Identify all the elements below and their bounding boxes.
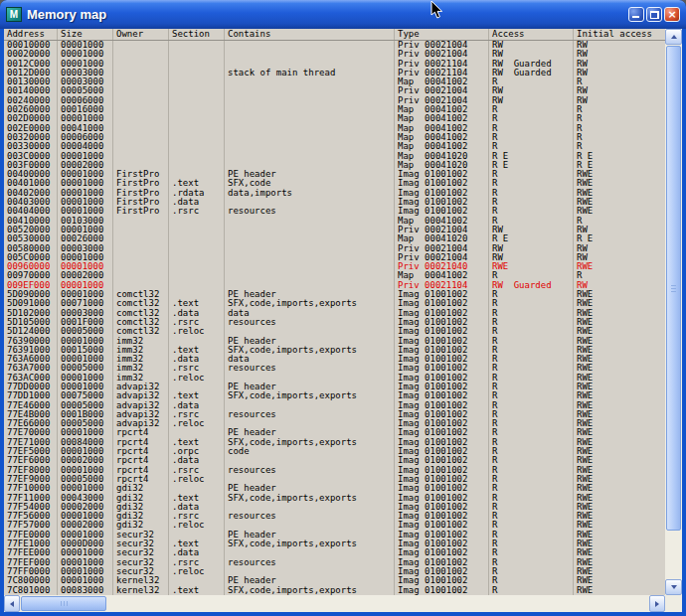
table-row[interactable]: 76390000 00001000 imm32 PE header Imag 0…	[4, 337, 665, 346]
table-row[interactable]: 763A6000 00001000 imm32 .data data Imag …	[4, 355, 665, 364]
table-row[interactable]: 77FF0000 00001000 secur32 .reloc Imag 01…	[4, 567, 665, 576]
table-row[interactable]: 5D090000 00001000 comctl32 PE header Ima…	[4, 290, 665, 299]
table-row[interactable]: 00010000 00001000 Priv 00021004 RW RW	[4, 41, 665, 50]
cell-type: Priv 00021004	[395, 86, 489, 95]
cell-type: Imag 01001002	[395, 391, 489, 400]
cell-address: 763A6000	[4, 355, 58, 364]
scroll-left-button[interactable]	[4, 595, 20, 612]
table-row[interactable]: 77E70000 00001000 rpcrt4 PE header Imag …	[4, 428, 665, 437]
table-row[interactable]: 002D0000 00001000 Map 00041002 R R	[4, 114, 665, 123]
cell-type: Imag 01001002	[395, 189, 489, 198]
table-row[interactable]: 00404000 00001000 FirstPro .rsrc resourc…	[4, 207, 665, 216]
cell-type: Imag 01001002	[395, 428, 489, 437]
table-row[interactable]: 005C0000 00001000 Priv 00021004 RW RW	[4, 253, 665, 262]
cell-size: 00005000	[58, 475, 113, 484]
cell-size: 00001000	[58, 50, 113, 59]
table-row[interactable]: 763AC000 00001000 imm32 .reloc Imag 0100…	[4, 374, 665, 383]
cell-contains	[225, 161, 395, 170]
table-row[interactable]: 77F54000 00002000 gdi32 .data Imag 01001…	[4, 503, 665, 512]
cell-address: 5D090000	[4, 290, 58, 299]
table-row[interactable]: 77EF5000 00001000 rpcrt4 .orpc code Imag…	[4, 447, 665, 456]
table-row[interactable]: 77E66000 00005000 advapi32 .reloc Imag 0…	[4, 419, 665, 428]
table-row[interactable]: 009EF000 00001000 Priv 00021104 RW Guard…	[4, 281, 665, 290]
table-row[interactable]: 77FEE000 00001000 secur32 .data Imag 010…	[4, 548, 665, 557]
table-row[interactable]: 00330000 00004000 Map 00041002 R R	[4, 142, 665, 151]
column-header-address[interactable]: Address	[4, 29, 58, 40]
table-row[interactable]: 77EF6000 00002000 rpcrt4 .data Imag 0100…	[4, 456, 665, 465]
table-row[interactable]: 77FE1000 0000D000 secur32 .text SFX,code…	[4, 539, 665, 548]
table-row[interactable]: 00410000 00103000 Map 00041002 R R	[4, 217, 665, 226]
table-row[interactable]: 7C800000 00001000 kernel32 PE header Ima…	[4, 576, 665, 585]
table-row[interactable]: 00260000 00016000 Map 00041002 R R	[4, 105, 665, 114]
cell-size: 00015000	[58, 346, 113, 355]
column-header-section[interactable]: Section	[169, 29, 225, 40]
table-row[interactable]: 00400000 00001000 FirstPro PE header Ima…	[4, 170, 665, 179]
table-row[interactable]: 003C0000 00001000 Map 00041020 R E R E	[4, 152, 665, 161]
cell-owner	[113, 69, 169, 77]
table-row[interactable]: 77FEF000 00001000 secur32 .rsrc resource…	[4, 558, 665, 567]
table-row[interactable]: 0012C000 00001000 Priv 00021104 RW Guard…	[4, 60, 665, 69]
memory-map-icon[interactable]: M	[6, 7, 22, 22]
cell-type: Imag 01001002	[395, 438, 489, 447]
table-row[interactable]: 5D102000 00003000 comctl32 .data data Im…	[4, 309, 665, 318]
cell-size: 00003000	[58, 69, 113, 77]
table-row[interactable]: 77EF9000 00005000 rpcrt4 .reloc Imag 010…	[4, 475, 665, 484]
titlebar[interactable]: M Memory map ×	[0, 0, 686, 29]
table-row[interactable]: 77EF8000 00001000 rpcrt4 .rsrc resources…	[4, 466, 665, 475]
table-row[interactable]: 002E0000 00041000 Map 00041002 R R	[4, 124, 665, 133]
table-row[interactable]: 00520000 00001000 Priv 00021004 RW RW	[4, 226, 665, 234]
horizontal-scroll-thumb[interactable]	[21, 596, 106, 611]
vertical-scrollbar[interactable]	[665, 29, 682, 595]
table-row[interactable]: 00130000 00003000 Map 00041002 R R	[4, 77, 665, 86]
table-row[interactable]: 77E46000 00005000 advapi32 .data Imag 01…	[4, 401, 665, 410]
table-row[interactable]: 77F56000 00001000 gdi32 .rsrc resources …	[4, 512, 665, 521]
cell-size: 00002000	[58, 271, 113, 280]
table-row[interactable]: 00401000 00001000 FirstPro .text SFX,cod…	[4, 179, 665, 188]
table-row[interactable]: 00320000 00006000 Map 00041002 R R	[4, 133, 665, 142]
table-row[interactable]: 77E71000 00084000 rpcrt4 .text SFX,code,…	[4, 438, 665, 447]
cell-address: 00010000	[4, 41, 58, 50]
cell-size: 00041000	[58, 124, 113, 133]
minimize-button[interactable]	[628, 7, 644, 22]
column-header-type[interactable]: Type	[395, 29, 489, 40]
restore-button[interactable]	[646, 7, 662, 22]
table-row[interactable]: 00970000 00002000 Map 00041002 R R	[4, 271, 665, 280]
table-row[interactable]: 00403000 00001000 FirstPro .data Imag 01…	[4, 198, 665, 207]
table-row[interactable]: 77F10000 00001000 gdi32 PE header Imag 0…	[4, 484, 665, 493]
table-row[interactable]: 76391000 00015000 imm32 .text SFX,code,i…	[4, 346, 665, 355]
table-row[interactable]: 00580000 00003000 Priv 00021004 RW RW	[4, 244, 665, 253]
column-header-size[interactable]: Size	[58, 29, 113, 40]
table-row[interactable]: 7C801000 00083000 kernel32 .text SFX,cod…	[4, 586, 665, 595]
table-row[interactable]: 00960000 00001000 Priv 00021040 RWE RWE	[4, 262, 665, 271]
scroll-up-button[interactable]	[665, 29, 682, 45]
scroll-right-button[interactable]	[649, 595, 665, 612]
table-row[interactable]: 00020000 00001000 Priv 00021004 RW RW	[4, 50, 665, 59]
cell-section	[169, 253, 225, 262]
table-row[interactable]: 5D091000 00071000 comctl32 .text SFX,cod…	[4, 299, 665, 308]
table-row[interactable]: 77F11000 00043000 gdi32 .text SFX,code,i…	[4, 494, 665, 503]
table-row[interactable]: 77DD0000 00001000 advapi32 PE header Ima…	[4, 383, 665, 391]
table-row[interactable]: 77F57000 00002000 gdi32 .reloc Imag 0100…	[4, 521, 665, 530]
table-row[interactable]: 5D124000 00005000 comctl32 .reloc Imag 0…	[4, 327, 665, 336]
close-button[interactable]: ×	[664, 7, 680, 22]
column-header-owner[interactable]: Owner	[113, 29, 169, 40]
column-header-initial-access[interactable]: Initial access	[574, 29, 665, 40]
table-row[interactable]: 00530000 00026000 Map 00041020 R E R E	[4, 234, 665, 243]
cell-contains	[225, 374, 395, 383]
table-row[interactable]: 77DD1000 00075000 advapi32 .text SFX,cod…	[4, 391, 665, 400]
table-row[interactable]: 00240000 00006000 Priv 00021004 RW RW	[4, 96, 665, 105]
table-row[interactable]: 763A7000 00005000 imm32 .rsrc resources …	[4, 364, 665, 373]
column-header-contains[interactable]: Contains	[225, 29, 395, 40]
vertical-scroll-thumb[interactable]	[666, 46, 681, 531]
table-row[interactable]: 00140000 00005000 Priv 00021004 RW RW	[4, 86, 665, 95]
cell-initial-access: RWE	[574, 475, 665, 484]
table-row[interactable]: 0012D000 00003000 stack of main thread P…	[4, 69, 665, 77]
table-row[interactable]: 00402000 00001000 FirstPro .rdata data,i…	[4, 189, 665, 198]
horizontal-scrollbar[interactable]	[4, 595, 665, 612]
table-row[interactable]: 77FE0000 00001000 secur32 PE header Imag…	[4, 531, 665, 539]
column-header-access[interactable]: Access	[489, 29, 574, 40]
scroll-down-button[interactable]	[665, 579, 682, 595]
table-row[interactable]: 77E4B000 0001B000 advapi32 .rsrc resourc…	[4, 410, 665, 419]
table-row[interactable]: 003F0000 00002000 Map 00041020 R E R E	[4, 161, 665, 170]
table-row[interactable]: 5D105000 0001F000 comctl32 .rsrc resourc…	[4, 318, 665, 327]
